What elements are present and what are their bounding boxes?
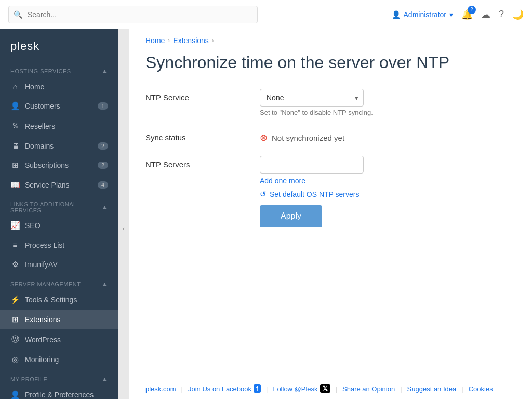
sidebar-item-label: Monitoring [25, 355, 59, 364]
search-wrapper: 🔍 [8, 6, 258, 23]
ntp-service-hint: Set to "None" to disable NTP syncing. [260, 109, 515, 116]
section-additional-services[interactable]: Links to Additional Services ▲ [0, 195, 118, 216]
sidebar-item-extensions[interactable]: ⊞ Extensions [0, 310, 118, 329]
layout: plesk Hosting Services ▲ ⌂ Home 👤 Custom… [0, 29, 532, 399]
sidebar-item-label: Domains [25, 142, 54, 150]
chevron-up-icon: ▲ [102, 281, 108, 288]
sidebar-item-wordpress[interactable]: Ⓦ WordPress [0, 329, 118, 350]
page-title: Synchronize time on the server over NTP [145, 53, 515, 72]
ntp-service-control: None chronyd ntpd ▾ Set to "None" to dis… [260, 89, 515, 116]
breadcrumb-extensions[interactable]: Extensions [173, 36, 208, 45]
sidebar: plesk Hosting Services ▲ ⌂ Home 👤 Custom… [0, 29, 118, 399]
extensions-icon: ⊞ [10, 315, 20, 324]
suggest-idea-link[interactable]: Suggest an Idea [407, 385, 457, 393]
logo: plesk [0, 29, 118, 61]
ntp-service-select-wrapper: None chronyd ntpd ▾ [260, 89, 364, 107]
breadcrumb: Home › Extensions › [129, 29, 532, 48]
section-hosting-services[interactable]: Hosting Services ▲ [0, 61, 118, 77]
cloud-icon[interactable]: ☁ [481, 9, 490, 20]
add-one-more-link[interactable]: Add one more [260, 177, 305, 185]
sidebar-item-label: Home [25, 83, 44, 91]
theme-icon[interactable]: 🌙 [512, 9, 524, 20]
main-content: Home › Extensions › Synchronize time on … [129, 29, 532, 399]
sidebar-item-process-list[interactable]: ≡ Process List [0, 235, 118, 255]
ntp-service-row: NTP Service None chronyd ntpd ▾ Set to "… [145, 89, 515, 116]
sidebar-item-label: ImunifyAV [25, 260, 58, 269]
domains-badge: 2 [98, 142, 108, 150]
breadcrumb-home[interactable]: Home [145, 36, 165, 45]
sidebar-item-label: Resellers [25, 122, 55, 130]
customers-badge: 1 [98, 102, 108, 110]
customers-icon: 👤 [10, 101, 20, 111]
sidebar-item-resellers[interactable]: ％ Resellers [0, 116, 118, 136]
chevron-up-icon: ▲ [102, 376, 108, 383]
ntp-service-label: NTP Service [145, 89, 260, 102]
sidebar-item-domains[interactable]: 🖥 Domains 2 [0, 136, 118, 155]
search-input[interactable] [8, 6, 258, 23]
profile-icon: 👤 [10, 390, 20, 399]
admin-chevron-icon: ▾ [449, 10, 453, 19]
sidebar-item-imunifyav[interactable]: ⚙ ImunifyAV [0, 255, 118, 274]
page-body: Synchronize time on the server over NTP … [129, 48, 532, 378]
plesk-link[interactable]: plesk.com [145, 385, 176, 393]
sidebar-item-label: Process List [25, 241, 64, 249]
resellers-icon: ％ [10, 121, 20, 131]
chevron-up-icon: ▲ [102, 68, 108, 75]
share-opinion-link[interactable]: Share an Opinion [342, 385, 395, 393]
sidebar-item-home[interactable]: ⌂ Home [0, 77, 118, 96]
sidebar-item-tools-settings[interactable]: ⚡ Tools & Settings [0, 290, 118, 310]
subscriptions-icon: ⊞ [10, 161, 20, 170]
sync-status-label: Sync status [145, 129, 260, 142]
domains-icon: 🖥 [10, 141, 20, 150]
sidebar-item-profile-preferences[interactable]: 👤 Profile & Preferences [0, 385, 118, 399]
notifications-button[interactable]: 🔔 2 [461, 9, 473, 20]
sync-status-row: Sync status ⊗ Not synchronized yet [145, 129, 515, 143]
sidebar-item-label: Profile & Preferences [25, 391, 94, 399]
sidebar-item-label: SEO [25, 221, 41, 230]
ntp-servers-input[interactable] [260, 156, 364, 174]
sidebar-item-monitoring[interactable]: ◎ Monitoring [0, 350, 118, 369]
wordpress-icon: Ⓦ [10, 335, 20, 344]
set-default-ntp-link[interactable]: ↺ Set default OS NTP servers [260, 190, 515, 199]
cookies-link[interactable]: Cookies [469, 385, 493, 393]
breadcrumb-sep-2: › [212, 37, 214, 44]
footer: plesk.com | Join Us on Facebook f | Foll… [129, 378, 532, 399]
monitoring-icon: ◎ [10, 355, 20, 364]
facebook-icon: f [254, 384, 261, 393]
sidebar-item-subscriptions[interactable]: ⊞ Subscriptions 2 [0, 155, 118, 175]
sidebar-item-label: Service Plans [25, 181, 70, 189]
join-facebook-link[interactable]: Join Us on Facebook f [188, 384, 261, 393]
help-icon[interactable]: ? [499, 9, 504, 20]
notification-badge: 2 [468, 6, 476, 14]
refresh-icon: ↺ [260, 190, 267, 199]
admin-button[interactable]: 👤 Administrator ▾ [392, 10, 453, 19]
sync-status-text: Not synchronized yet [272, 134, 344, 142]
sidebar-item-label: Tools & Settings [25, 296, 77, 304]
sync-status-value: ⊗ Not synchronized yet [260, 129, 515, 143]
imunifyav-icon: ⚙ [10, 260, 20, 269]
x-icon: 𝕏 [320, 384, 330, 393]
seo-icon: 📈 [10, 221, 20, 230]
ntp-servers-label: NTP Servers [145, 156, 260, 169]
section-my-profile[interactable]: My Profile ▲ [0, 369, 118, 385]
sidebar-item-customers[interactable]: 👤 Customers 1 [0, 96, 118, 116]
home-icon: ⌂ [10, 82, 20, 91]
topbar: 🔍 👤 Administrator ▾ 🔔 2 ☁ ? 🌙 [0, 0, 532, 29]
topbar-right: 👤 Administrator ▾ 🔔 2 ☁ ? 🌙 [392, 9, 524, 20]
sidebar-collapse-button[interactable]: ‹ [118, 29, 129, 399]
sidebar-item-service-plans[interactable]: 📖 Service Plans 4 [0, 175, 118, 195]
chevron-up-icon: ▲ [102, 204, 108, 211]
ntp-servers-row: NTP Servers Add one more ↺ Set default O… [145, 156, 515, 227]
sync-status-control: ⊗ Not synchronized yet [260, 129, 515, 143]
sidebar-item-seo[interactable]: 📈 SEO [0, 216, 118, 235]
breadcrumb-sep-1: › [168, 37, 170, 44]
apply-button[interactable]: Apply [260, 205, 322, 227]
ntp-service-select[interactable]: None chronyd ntpd [260, 89, 364, 107]
sidebar-item-label: Extensions [25, 315, 60, 324]
process-list-icon: ≡ [10, 241, 20, 249]
section-server-management[interactable]: Server Management ▲ [0, 274, 118, 290]
service-plans-badge: 4 [98, 181, 108, 189]
collapse-arrow-icon: ‹ [123, 225, 125, 232]
subscriptions-badge: 2 [98, 162, 108, 169]
follow-plesk-link[interactable]: Follow @Plesk 𝕏 [273, 384, 330, 393]
